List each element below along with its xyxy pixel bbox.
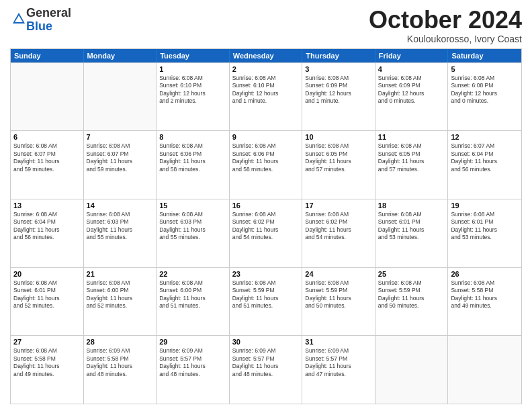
cell-text: Sunrise: 6:08 AM Sunset: 6:08 PM Dayligh…	[451, 75, 519, 105]
day-number: 16	[232, 201, 300, 210]
cell-text: Sunrise: 6:08 AM Sunset: 6:06 PM Dayligh…	[232, 142, 300, 173]
cell-text: Sunrise: 6:09 AM Sunset: 5:57 PM Dayligh…	[305, 347, 372, 378]
header-day-wednesday: Wednesday	[230, 49, 303, 62]
day-number: 22	[159, 270, 226, 278]
cell-text: Sunrise: 6:09 AM Sunset: 5:57 PM Dayligh…	[232, 347, 300, 378]
day-number: 3	[305, 65, 372, 73]
day-cell-22: 22Sunrise: 6:08 AM Sunset: 6:00 PM Dayli…	[157, 268, 230, 336]
day-cell-1: 1Sunrise: 6:08 AM Sunset: 6:10 PM Daylig…	[157, 63, 230, 131]
day-number: 14	[87, 201, 154, 210]
calendar-header: SundayMondayTuesdayWednesdayThursdayFrid…	[11, 49, 521, 62]
cell-text: Sunrise: 6:08 AM Sunset: 6:01 PM Dayligh…	[451, 211, 519, 242]
day-number: 20	[13, 270, 81, 278]
day-cell-8: 8Sunrise: 6:08 AM Sunset: 6:06 PM Daylig…	[157, 131, 230, 199]
empty-cell	[11, 63, 84, 131]
cell-text: Sunrise: 6:08 AM Sunset: 6:00 PM Dayligh…	[87, 279, 154, 310]
cell-text: Sunrise: 6:08 AM Sunset: 5:59 PM Dayligh…	[378, 279, 445, 310]
cell-text: Sunrise: 6:08 AM Sunset: 6:01 PM Dayligh…	[13, 279, 81, 310]
calendar-row-3: 20Sunrise: 6:08 AM Sunset: 6:01 PM Dayli…	[11, 267, 521, 336]
cell-text: Sunrise: 6:08 AM Sunset: 6:00 PM Dayligh…	[159, 279, 226, 310]
header-day-monday: Monday	[84, 49, 157, 62]
day-cell-26: 26Sunrise: 6:08 AM Sunset: 5:58 PM Dayli…	[448, 268, 521, 336]
day-cell-14: 14Sunrise: 6:08 AM Sunset: 6:03 PM Dayli…	[84, 199, 157, 267]
day-number: 18	[378, 201, 445, 210]
logo: General Blue	[10, 7, 71, 34]
cell-text: Sunrise: 6:08 AM Sunset: 6:10 PM Dayligh…	[232, 75, 300, 105]
day-number: 30	[232, 338, 300, 346]
logo-text: General Blue	[26, 7, 71, 34]
day-cell-18: 18Sunrise: 6:08 AM Sunset: 6:01 PM Dayli…	[375, 199, 449, 267]
day-number: 8	[159, 133, 226, 141]
day-number: 6	[13, 133, 81, 141]
day-cell-6: 6Sunrise: 6:08 AM Sunset: 6:07 PM Daylig…	[11, 131, 84, 199]
cell-text: Sunrise: 6:08 AM Sunset: 6:02 PM Dayligh…	[232, 211, 300, 242]
cell-text: Sunrise: 6:08 AM Sunset: 5:58 PM Dayligh…	[13, 347, 81, 378]
day-cell-3: 3Sunrise: 6:08 AM Sunset: 6:09 PM Daylig…	[302, 63, 375, 131]
day-number: 25	[378, 270, 445, 278]
day-cell-12: 12Sunrise: 6:07 AM Sunset: 6:04 PM Dayli…	[448, 131, 521, 199]
page: General Blue October 2024 Kouloukorosso,…	[0, 0, 532, 411]
day-cell-15: 15Sunrise: 6:08 AM Sunset: 6:03 PM Dayli…	[157, 199, 230, 267]
day-number: 26	[451, 270, 519, 278]
day-cell-4: 4Sunrise: 6:08 AM Sunset: 6:09 PM Daylig…	[375, 63, 449, 131]
calendar-row-2: 13Sunrise: 6:08 AM Sunset: 6:04 PM Dayli…	[11, 199, 521, 267]
cell-text: Sunrise: 6:08 AM Sunset: 6:04 PM Dayligh…	[13, 211, 81, 242]
day-number: 10	[305, 133, 372, 141]
day-cell-21: 21Sunrise: 6:08 AM Sunset: 6:00 PM Dayli…	[84, 268, 157, 336]
day-number: 9	[232, 133, 300, 141]
cell-text: Sunrise: 6:08 AM Sunset: 6:05 PM Dayligh…	[378, 142, 445, 173]
month-title: October 2024	[369, 7, 522, 34]
day-number: 12	[451, 133, 519, 141]
day-cell-24: 24Sunrise: 6:08 AM Sunset: 5:59 PM Dayli…	[302, 268, 375, 336]
cell-text: Sunrise: 6:08 AM Sunset: 6:07 PM Dayligh…	[87, 142, 154, 173]
title-area: October 2024 Kouloukorosso, Ivory Coast	[369, 7, 522, 44]
day-number: 29	[159, 338, 226, 346]
day-number: 5	[451, 65, 519, 73]
location: Kouloukorosso, Ivory Coast	[369, 34, 522, 44]
day-number: 13	[13, 201, 81, 210]
cell-text: Sunrise: 6:08 AM Sunset: 6:09 PM Dayligh…	[305, 75, 372, 105]
calendar-row-0: 1Sunrise: 6:08 AM Sunset: 6:10 PM Daylig…	[11, 62, 521, 131]
cell-text: Sunrise: 6:08 AM Sunset: 5:59 PM Dayligh…	[232, 279, 300, 310]
day-number: 7	[87, 133, 154, 141]
day-cell-28: 28Sunrise: 6:09 AM Sunset: 5:58 PM Dayli…	[84, 336, 157, 404]
day-cell-19: 19Sunrise: 6:08 AM Sunset: 6:01 PM Dayli…	[448, 199, 521, 267]
cell-text: Sunrise: 6:08 AM Sunset: 5:58 PM Dayligh…	[451, 279, 519, 310]
day-number: 28	[87, 338, 154, 346]
cell-text: Sunrise: 6:08 AM Sunset: 5:59 PM Dayligh…	[305, 279, 372, 310]
header-day-sunday: Sunday	[11, 49, 84, 62]
calendar: SundayMondayTuesdayWednesdayThursdayFrid…	[10, 48, 522, 404]
cell-text: Sunrise: 6:08 AM Sunset: 6:05 PM Dayligh…	[305, 142, 372, 173]
calendar-row-4: 27Sunrise: 6:08 AM Sunset: 5:58 PM Dayli…	[11, 335, 521, 404]
day-cell-31: 31Sunrise: 6:09 AM Sunset: 5:57 PM Dayli…	[302, 336, 375, 404]
empty-cell	[448, 336, 521, 404]
cell-text: Sunrise: 6:08 AM Sunset: 6:10 PM Dayligh…	[159, 75, 226, 105]
day-cell-20: 20Sunrise: 6:08 AM Sunset: 6:01 PM Dayli…	[11, 268, 84, 336]
header-day-tuesday: Tuesday	[157, 49, 230, 62]
day-cell-29: 29Sunrise: 6:09 AM Sunset: 5:57 PM Dayli…	[157, 336, 230, 404]
day-cell-5: 5Sunrise: 6:08 AM Sunset: 6:08 PM Daylig…	[448, 63, 521, 131]
day-number: 1	[159, 65, 226, 73]
cell-text: Sunrise: 6:08 AM Sunset: 6:09 PM Dayligh…	[378, 75, 445, 105]
empty-cell	[84, 63, 157, 131]
header: General Blue October 2024 Kouloukorosso,…	[10, 7, 522, 44]
day-number: 2	[232, 65, 300, 73]
day-cell-23: 23Sunrise: 6:08 AM Sunset: 5:59 PM Dayli…	[230, 268, 303, 336]
logo-blue: Blue	[26, 19, 52, 33]
day-cell-16: 16Sunrise: 6:08 AM Sunset: 6:02 PM Dayli…	[230, 199, 303, 267]
logo-general: General	[26, 6, 71, 19]
cell-text: Sunrise: 6:08 AM Sunset: 6:03 PM Dayligh…	[87, 211, 154, 242]
header-day-friday: Friday	[375, 49, 449, 62]
calendar-row-1: 6Sunrise: 6:08 AM Sunset: 6:07 PM Daylig…	[11, 130, 521, 199]
cell-text: Sunrise: 6:07 AM Sunset: 6:04 PM Dayligh…	[451, 142, 519, 173]
cell-text: Sunrise: 6:08 AM Sunset: 6:03 PM Dayligh…	[159, 211, 226, 242]
empty-cell	[375, 336, 449, 404]
cell-text: Sunrise: 6:08 AM Sunset: 6:06 PM Dayligh…	[159, 142, 226, 173]
calendar-body: 1Sunrise: 6:08 AM Sunset: 6:10 PM Daylig…	[11, 62, 521, 404]
day-cell-27: 27Sunrise: 6:08 AM Sunset: 5:58 PM Dayli…	[11, 336, 84, 404]
day-cell-2: 2Sunrise: 6:08 AM Sunset: 6:10 PM Daylig…	[230, 63, 303, 131]
day-cell-30: 30Sunrise: 6:09 AM Sunset: 5:57 PM Dayli…	[230, 336, 303, 404]
day-number: 11	[378, 133, 445, 141]
header-day-thursday: Thursday	[302, 49, 375, 62]
day-number: 31	[305, 338, 372, 346]
